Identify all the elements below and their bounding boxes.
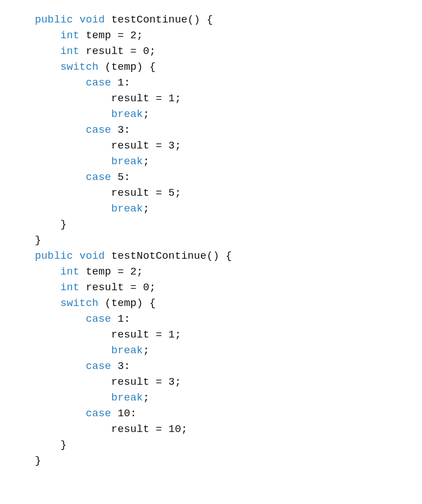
code-token: result = 1;	[35, 329, 181, 341]
code-token: 3:	[111, 124, 131, 136]
keyword-token: break	[111, 203, 143, 215]
code-token	[73, 250, 79, 262]
code-token: result = 5;	[35, 187, 181, 199]
code-token: temp = 2;	[79, 266, 143, 278]
keyword-token: case	[86, 361, 111, 372]
code-token: result = 10;	[35, 424, 187, 435]
code-token: ;	[143, 203, 149, 215]
code-token: 3:	[111, 361, 131, 372]
keyword-token: case	[86, 77, 111, 89]
code-token: temp = 2;	[79, 30, 143, 42]
code-token	[35, 124, 86, 136]
code-token	[73, 14, 79, 26]
code-token	[35, 46, 60, 57]
code-token: ;	[143, 156, 149, 168]
code-token: 5:	[111, 172, 131, 183]
code-token	[35, 266, 60, 278]
keyword-token: switch	[60, 298, 98, 309]
keyword-token: break	[111, 345, 143, 357]
code-token	[35, 156, 111, 168]
keyword-token: public	[35, 14, 73, 26]
code-token: ;	[143, 345, 149, 357]
code-token: }	[35, 219, 67, 231]
code-token: }	[35, 439, 67, 451]
code-token: result = 3;	[35, 140, 181, 152]
code-token: result = 3;	[35, 376, 181, 388]
code-token: testNotContinue() {	[105, 250, 232, 262]
code-token	[35, 61, 60, 73]
keyword-token: int	[60, 282, 79, 294]
code-token: result = 0;	[79, 46, 156, 57]
code-token: ;	[143, 392, 149, 404]
code-token	[35, 313, 86, 325]
keyword-token: void	[79, 14, 105, 26]
keyword-token: break	[111, 156, 143, 168]
keyword-token: break	[111, 109, 143, 120]
code-token	[35, 392, 111, 404]
code-token: 1:	[111, 313, 131, 325]
code-token	[35, 408, 86, 420]
code-token	[35, 361, 86, 372]
code-token	[35, 109, 111, 120]
code-token	[35, 282, 60, 294]
code-token: 1:	[111, 77, 131, 89]
code-token	[35, 172, 86, 183]
keyword-token: case	[86, 408, 111, 420]
code-token: }	[35, 235, 41, 246]
keyword-token: switch	[60, 61, 98, 73]
code-token: testContinue() {	[105, 14, 213, 26]
code-token	[35, 30, 60, 42]
code-token	[35, 77, 86, 89]
keyword-token: case	[86, 313, 111, 325]
code-token	[35, 203, 111, 215]
code-token: }	[35, 455, 41, 467]
code-token: 10:	[111, 408, 137, 420]
code-token: (temp) {	[98, 61, 156, 73]
keyword-token: case	[86, 172, 111, 183]
keyword-token: void	[79, 250, 105, 262]
code-token	[35, 345, 111, 357]
code-token: result = 1;	[35, 93, 181, 105]
keyword-token: break	[111, 392, 143, 404]
code-token	[35, 298, 60, 309]
keyword-token: case	[86, 124, 111, 136]
code-block: public void testContinue() { int temp = …	[35, 12, 422, 469]
keyword-token: int	[60, 30, 79, 42]
keyword-token: public	[35, 250, 73, 262]
code-token: result = 0;	[79, 282, 156, 294]
code-token: ;	[143, 109, 149, 120]
keyword-token: int	[60, 266, 79, 278]
keyword-token: int	[60, 46, 79, 57]
code-token: (temp) {	[98, 298, 156, 309]
